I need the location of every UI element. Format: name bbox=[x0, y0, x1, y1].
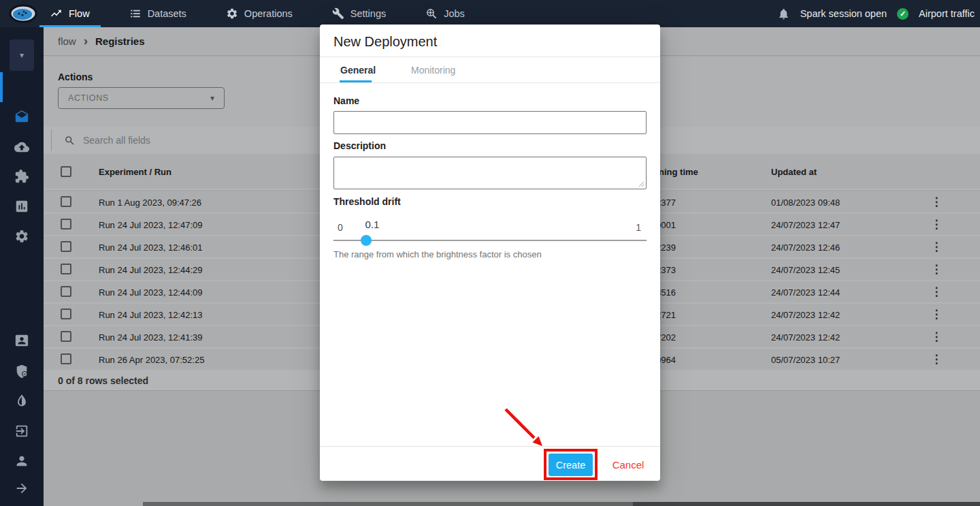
active-item-indicator bbox=[0, 72, 3, 102]
left-sidebar: ▾ e bbox=[0, 27, 44, 506]
description-field[interactable] bbox=[333, 157, 647, 189]
user-icon[interactable] bbox=[14, 454, 29, 469]
tab-label: Operations bbox=[244, 8, 293, 19]
shield-account-icon[interactable]: e bbox=[14, 364, 29, 379]
cancel-button[interactable]: Cancel bbox=[604, 454, 652, 476]
threshold-drift-label: Threshold drift bbox=[333, 196, 401, 207]
dialog-title: New Deployment bbox=[333, 34, 437, 50]
description-label: Description bbox=[333, 140, 386, 151]
tab-label: Datasets bbox=[148, 8, 186, 19]
active-tab-indicator bbox=[340, 80, 372, 82]
tab-operations[interactable]: Operations bbox=[215, 0, 304, 27]
spark-session-status: Spark session open bbox=[800, 8, 887, 19]
list-icon bbox=[129, 7, 142, 20]
tab-label: Flow bbox=[69, 8, 90, 19]
check-circle-icon: ✓ bbox=[897, 8, 909, 20]
tab-jobs[interactable]: Jobs bbox=[414, 0, 476, 27]
trending-up-icon bbox=[50, 7, 63, 20]
tab-datasets[interactable]: Datasets bbox=[118, 0, 197, 27]
project-name[interactable]: Airport traffic bbox=[919, 8, 975, 19]
name-label: Name bbox=[333, 95, 359, 106]
tab-general[interactable]: General bbox=[340, 57, 376, 83]
tab-monitoring[interactable]: Monitoring bbox=[411, 57, 455, 83]
nav-tabs: Flow Datasets Operations Settings Jobs bbox=[39, 0, 493, 27]
notifications-bell-icon[interactable] bbox=[777, 7, 790, 20]
contact-card-icon[interactable] bbox=[14, 333, 29, 348]
app-window: flow › Registries Actions ACTIONS ▾ Expe… bbox=[0, 0, 980, 506]
settings-gear-icon[interactable] bbox=[14, 229, 29, 244]
tab-label: Settings bbox=[350, 8, 386, 19]
slider-min-label: 0 bbox=[338, 222, 343, 233]
dialog-footer: Create Cancel bbox=[320, 446, 660, 481]
slider-track[interactable] bbox=[333, 240, 647, 241]
caret-down-icon: ▾ bbox=[20, 50, 24, 60]
contrast-drop-icon[interactable] bbox=[14, 394, 29, 409]
slider-value-label: 0.1 bbox=[361, 219, 384, 230]
threshold-helper-text: The range from which the brightness fact… bbox=[333, 249, 542, 259]
new-deployment-dialog: New Deployment General Monitoring Name D… bbox=[320, 25, 660, 481]
gear-icon bbox=[226, 7, 238, 20]
search-gear-icon bbox=[425, 7, 438, 20]
tab-settings[interactable]: Settings bbox=[321, 0, 397, 27]
inbox-icon[interactable] bbox=[14, 110, 29, 125]
name-field[interactable] bbox=[333, 111, 647, 134]
exit-to-app-icon[interactable] bbox=[14, 424, 29, 439]
tab-label: Jobs bbox=[444, 8, 465, 19]
slider-max-label: 1 bbox=[636, 222, 641, 233]
dialog-tabs: General Monitoring bbox=[320, 57, 660, 83]
annotation-highlight-box bbox=[544, 449, 598, 480]
slider-thumb[interactable] bbox=[361, 235, 372, 246]
forward-arrow-icon[interactable] bbox=[14, 481, 29, 496]
project-switcher[interactable]: ▾ bbox=[10, 39, 34, 71]
nav-right-cluster: Spark session open ✓ Airport traffic bbox=[777, 0, 975, 27]
extensions-icon[interactable] bbox=[14, 169, 29, 184]
top-nav: Flow Datasets Operations Settings Jobs bbox=[0, 0, 980, 27]
tab-flow[interactable]: Flow bbox=[39, 0, 101, 27]
wrench-icon bbox=[332, 7, 344, 20]
app-logo[interactable] bbox=[8, 2, 38, 25]
reports-icon[interactable] bbox=[14, 199, 29, 214]
cloud-upload-icon[interactable] bbox=[14, 140, 29, 155]
